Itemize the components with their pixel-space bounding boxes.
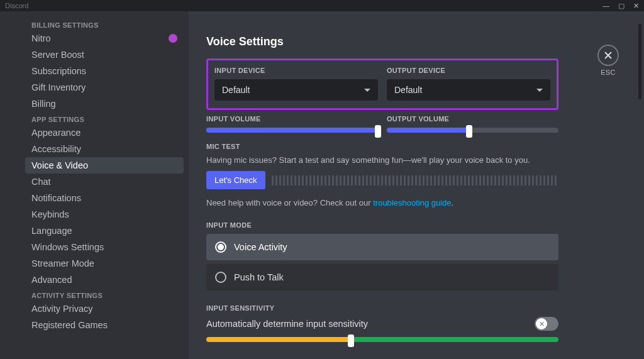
sidebar-item-voice-video[interactable]: Voice & Video bbox=[25, 157, 184, 174]
input-device-value: Default bbox=[222, 85, 250, 95]
sidebar-item-subscriptions[interactable]: Subscriptions bbox=[25, 63, 184, 79]
sidebar-item-label: Language bbox=[31, 226, 72, 236]
input-mode-push-to-talk[interactable]: Push to Talk bbox=[206, 264, 558, 290]
sidebar-item-label: Advanced bbox=[31, 275, 72, 285]
input-mode-voice-activity[interactable]: Voice Activity bbox=[206, 234, 558, 260]
input-device-label: INPUT DEVICE bbox=[214, 67, 378, 74]
input-volume-slider[interactable] bbox=[206, 128, 378, 133]
output-volume-slider[interactable] bbox=[387, 128, 558, 133]
sidebar-item-keybinds[interactable]: Keybinds bbox=[25, 206, 184, 223]
close-label: ESC bbox=[597, 69, 619, 76]
help-suffix: . bbox=[452, 198, 454, 207]
sidebar-item-label: Chat bbox=[31, 177, 51, 187]
output-device-label: OUTPUT DEVICE bbox=[387, 67, 550, 74]
mic-test-description: Having mic issues? Start a test and say … bbox=[206, 155, 558, 165]
scrollbar[interactable] bbox=[638, 24, 641, 99]
output-volume-label: OUTPUT VOLUME bbox=[387, 115, 558, 123]
nitro-badge-icon bbox=[169, 34, 177, 43]
sidebar-item-label: Voice & Video bbox=[31, 160, 88, 170]
sidebar-item-nitro[interactable]: Nitro bbox=[25, 30, 184, 47]
troubleshooting-link[interactable]: troubleshooting guide bbox=[373, 198, 451, 207]
sidebar-item-accessibility[interactable]: Accessibility bbox=[25, 141, 184, 157]
sidebar-item-label: Windows Settings bbox=[31, 242, 104, 252]
sidebar-item-label: Billing bbox=[31, 99, 56, 109]
page-title: Voice Settings bbox=[206, 35, 558, 48]
radio-label: Push to Talk bbox=[234, 272, 284, 282]
sidebar-item-streamer-mode[interactable]: Streamer Mode bbox=[25, 255, 184, 272]
sidebar-item-gift-inventory[interactable]: Gift Inventory bbox=[25, 79, 184, 96]
sidebar-item-label: Notifications bbox=[31, 193, 81, 203]
output-device-select[interactable]: Default bbox=[387, 79, 550, 101]
sidebar-item-billing[interactable]: Billing bbox=[25, 96, 184, 112]
input-sensitivity-label: INPUT SENSITIVITY bbox=[206, 304, 558, 312]
settings-content: ESC Voice Settings INPUT DEVICE Default … bbox=[189, 11, 644, 359]
mic-test-label: MIC TEST bbox=[206, 143, 558, 150]
close-window-button[interactable]: ✕ bbox=[633, 2, 639, 10]
sensitivity-slider[interactable] bbox=[206, 337, 558, 342]
help-text: Need help with voice or video? Check out… bbox=[206, 198, 558, 207]
close-icon bbox=[603, 50, 613, 60]
window-controls: — ▢ ✕ bbox=[602, 2, 639, 10]
sidebar-item-label: Activity Privacy bbox=[31, 304, 93, 314]
sidebar-item-notifications[interactable]: Notifications bbox=[25, 190, 184, 206]
sidebar-item-server-boost[interactable]: Server Boost bbox=[25, 47, 184, 63]
sidebar-header: ACTIVITY SETTINGS bbox=[25, 288, 184, 301]
sidebar-item-label: Nitro bbox=[31, 33, 51, 43]
sidebar-item-chat[interactable]: Chat bbox=[25, 174, 184, 190]
sidebar-item-label: Subscriptions bbox=[31, 66, 86, 76]
titlebar: Discord — ▢ ✕ bbox=[0, 0, 644, 11]
radio-icon bbox=[215, 272, 226, 283]
sidebar-item-label: Keybinds bbox=[31, 209, 69, 219]
sidebar-item-activity-privacy[interactable]: Activity Privacy bbox=[25, 301, 184, 317]
auto-sensitivity-label: Automatically determine input sensitivit… bbox=[206, 319, 368, 329]
minimize-button[interactable]: — bbox=[602, 2, 609, 10]
help-prefix: Need help with voice or video? Check out… bbox=[206, 198, 373, 207]
device-highlight-box: INPUT DEVICE Default OUTPUT DEVICE Defau… bbox=[206, 58, 558, 110]
auto-sensitivity-toggle[interactable]: ✕ bbox=[535, 317, 558, 331]
app-name: Discord bbox=[5, 2, 28, 9]
sidebar-item-language[interactable]: Language bbox=[25, 223, 184, 239]
sidebar-item-label: Appearance bbox=[31, 128, 80, 138]
sidebar-item-registered-games[interactable]: Registered Games bbox=[25, 317, 184, 333]
chevron-down-icon bbox=[536, 89, 543, 92]
radio-icon bbox=[215, 241, 226, 253]
sidebar-item-label: Server Boost bbox=[31, 50, 84, 60]
sidebar-item-label: Accessibility bbox=[31, 144, 81, 154]
sidebar-header: BILLING SETTINGS bbox=[25, 18, 184, 30]
mic-test-button[interactable]: Let's Check bbox=[206, 171, 265, 189]
sidebar-item-label: Registered Games bbox=[31, 320, 108, 330]
input-mode-group: Voice ActivityPush to Talk bbox=[206, 234, 558, 290]
input-mode-label: INPUT MODE bbox=[206, 221, 558, 229]
input-device-select[interactable]: Default bbox=[214, 79, 378, 101]
sidebar-item-label: Gift Inventory bbox=[31, 82, 86, 92]
radio-label: Voice Activity bbox=[234, 242, 287, 252]
chevron-down-icon bbox=[364, 89, 370, 92]
sidebar-item-windows-settings[interactable]: Windows Settings bbox=[25, 239, 184, 255]
input-volume-label: INPUT VOLUME bbox=[206, 115, 378, 123]
sidebar-header: APP SETTINGS bbox=[25, 112, 184, 124]
settings-sidebar: BILLING SETTINGSNitroServer BoostSubscri… bbox=[0, 11, 189, 359]
maximize-button[interactable]: ▢ bbox=[618, 2, 625, 10]
mic-meter bbox=[272, 175, 558, 185]
output-device-value: Default bbox=[394, 85, 422, 95]
sidebar-item-label: Streamer Mode bbox=[31, 258, 94, 268]
sidebar-item-advanced[interactable]: Advanced bbox=[25, 272, 184, 288]
close-settings-button[interactable] bbox=[597, 45, 619, 66]
sidebar-item-appearance[interactable]: Appearance bbox=[25, 124, 184, 141]
